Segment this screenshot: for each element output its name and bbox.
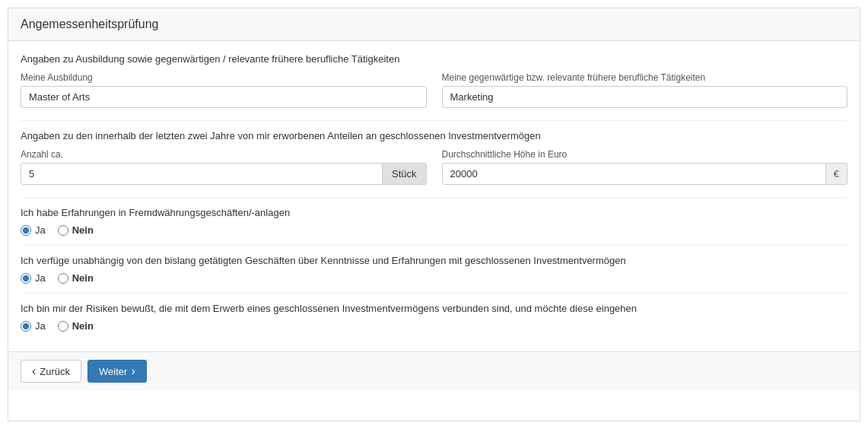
- taetigkeit-label: Meine gegenwärtige bzw. relevante früher…: [442, 72, 848, 83]
- hoehe-addon: €: [826, 163, 847, 185]
- question3-ja-option[interactable]: Ja: [21, 320, 46, 332]
- divider-2: [21, 197, 847, 198]
- question2-nein-radio[interactable]: [58, 273, 68, 284]
- question2-ja-label: Ja: [35, 272, 46, 284]
- section2-label: Angaben zu den innerhalb der letzten zwe…: [21, 130, 847, 141]
- divider-1: [21, 120, 847, 121]
- question2-text: Ich verfüge unabhängig von den bislang g…: [21, 255, 847, 266]
- taetigkeit-input[interactable]: [442, 86, 848, 108]
- chevron-left-icon: [32, 365, 36, 377]
- question1-nein-label: Nein: [72, 224, 94, 236]
- question2-ja-radio[interactable]: [21, 273, 31, 284]
- question1-ja-option[interactable]: Ja: [21, 224, 46, 236]
- question1-nein-radio[interactable]: [58, 225, 68, 236]
- hoehe-input[interactable]: [442, 163, 826, 185]
- question2-ja-option[interactable]: Ja: [21, 272, 46, 284]
- back-button[interactable]: Zurück: [21, 360, 81, 383]
- section1-label: Angaben zu Ausbildung sowie gegenwärtige…: [21, 53, 847, 65]
- anzahl-input[interactable]: [21, 163, 383, 185]
- chevron-right-icon: [131, 365, 135, 377]
- question2-radio-group: Ja Nein: [21, 272, 847, 284]
- ausbildung-label: Meine Ausbildung: [21, 72, 427, 83]
- ausbildung-input[interactable]: [21, 86, 427, 108]
- hoehe-label: Durchschnittliche Höhe in Euro: [442, 149, 848, 160]
- question1-text: Ich habe Erfahrungen in Fremdwährungsges…: [21, 207, 847, 218]
- question1-nein-option[interactable]: Nein: [58, 224, 94, 236]
- next-button[interactable]: Weiter: [87, 360, 147, 383]
- divider-4: [21, 293, 847, 294]
- question3-radio-group: Ja Nein: [21, 320, 847, 332]
- question3-nein-radio[interactable]: [58, 321, 68, 332]
- question1-ja-label: Ja: [35, 224, 46, 236]
- question1-ja-radio[interactable]: [21, 225, 31, 236]
- question3-text: Ich bin mir der Risiken bewußt, die mit …: [21, 303, 847, 314]
- divider-3: [21, 245, 847, 246]
- question3-ja-label: Ja: [35, 320, 46, 332]
- question3-nein-option[interactable]: Nein: [58, 320, 94, 332]
- question3-ja-radio[interactable]: [21, 321, 31, 332]
- anzahl-addon: Stück: [383, 163, 427, 185]
- question2-nein-option[interactable]: Nein: [58, 272, 94, 284]
- question2-nein-label: Nein: [72, 272, 94, 284]
- question1-radio-group: Ja Nein: [21, 224, 847, 236]
- anzahl-label: Anzahl ca.: [21, 149, 427, 160]
- page-title: Angemessenheitsprüfung: [21, 17, 847, 31]
- question3-nein-label: Nein: [72, 320, 94, 332]
